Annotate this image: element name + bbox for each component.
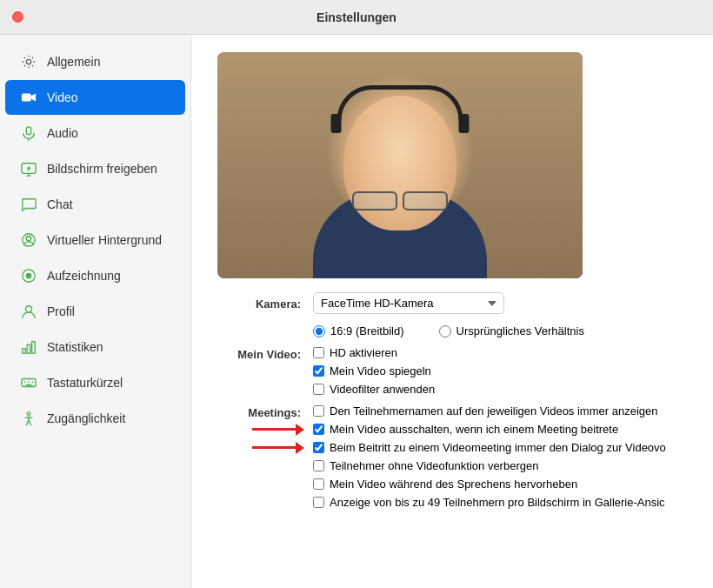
video-preview — [217, 52, 583, 278]
videofilter-checkbox-input[interactable] — [313, 384, 324, 395]
video-ausschalten-input[interactable] — [313, 424, 324, 435]
titlebar: Einstellungen — [0, 0, 713, 35]
radio-16-9-label: 16:9 (Breitbild) — [330, 324, 404, 337]
meetings-controls: Den Teilnehmernamen auf den jeweiligen V… — [313, 404, 687, 509]
meetings-label: Meetings: — [217, 404, 313, 419]
sidebar-item-statistiken[interactable]: Statistiken — [5, 330, 185, 364]
stats-icon — [19, 337, 38, 357]
audio-icon — [19, 124, 38, 143]
spiegeln-checkbox-label: Mein Video spiegeln — [330, 364, 431, 378]
sidebar-label-allgemein: Allgemein — [47, 55, 100, 69]
svg-point-0 — [26, 59, 30, 63]
sidebar-item-virtueller[interactable]: Virtueller Hintergrund — [5, 223, 185, 257]
share-screen-icon — [19, 159, 38, 178]
meetings-row: Meetings: Den Teilnehmernamen auf den je… — [217, 404, 687, 509]
sidebar-label-virtueller: Virtueller Hintergrund — [47, 233, 162, 247]
sidebar-item-aufzeichnung[interactable]: Aufzeichnung — [5, 258, 185, 293]
mein-video-label: Mein Video: — [217, 346, 313, 361]
mein-video-row: Mein Video: HD aktivieren Mein Video spi… — [217, 346, 687, 396]
camera-select[interactable]: FaceTime HD-Kamera — [313, 292, 504, 314]
aspect-ratio-row: 16:9 (Breitbild) Ursprüngliches Verhältn… — [217, 324, 687, 337]
teilnehmernamen-label: Den Teilnehmernamen auf den jeweiligen V… — [330, 404, 657, 418]
svg-point-18 — [27, 412, 30, 416]
ohne-videofunktion-label: Teilnehmer ohne Videofunktion verbergen — [330, 459, 538, 472]
radio-16-9-input[interactable] — [313, 325, 325, 337]
profile-icon — [19, 302, 38, 321]
aspect-label-empty — [217, 324, 313, 326]
sidebar-item-video[interactable]: Video — [5, 80, 185, 115]
radio-16-9[interactable]: 16:9 (Breitbild) — [313, 324, 404, 337]
close-button[interactable] — [12, 11, 23, 23]
keyboard-icon — [19, 373, 38, 392]
dialog-videovo-input[interactable] — [313, 442, 324, 453]
spiegeln-checkbox[interactable]: Mein Video spiegeln — [313, 364, 687, 378]
waehrend-sprechens-label: Mein Video während des Sprechens hervorh… — [330, 478, 577, 491]
aspect-controls: 16:9 (Breitbild) Ursprüngliches Verhältn… — [313, 324, 687, 337]
galerie-input[interactable] — [313, 497, 324, 508]
radio-original-input[interactable] — [439, 325, 451, 337]
video-person — [217, 52, 583, 278]
gear-icon — [19, 52, 38, 71]
galerie-label: Anzeige von bis zu 49 Teilnehmern pro Bi… — [330, 496, 665, 509]
radio-original[interactable]: Ursprüngliches Verhältnis — [439, 324, 584, 337]
video-icon — [19, 88, 38, 107]
sidebar-label-tastatur: Tastaturkürzel — [47, 376, 123, 390]
svg-rect-10 — [23, 349, 26, 353]
sidebar-label-statistiken: Statistiken — [47, 340, 103, 354]
svg-rect-11 — [27, 344, 30, 353]
waehrend-sprechens-input[interactable] — [313, 478, 324, 490]
sidebar-item-bildschirm[interactable]: Bildschirm freigeben — [5, 151, 185, 186]
hd-checkbox[interactable]: HD aktivieren — [313, 346, 687, 359]
galerie-checkbox[interactable]: Anzeige von bis zu 49 Teilnehmern pro Bi… — [313, 496, 687, 509]
accessibility-icon — [19, 409, 38, 428]
sidebar-item-allgemein[interactable]: Allgemein — [5, 44, 185, 79]
sidebar-item-audio[interactable]: Audio — [5, 116, 185, 150]
ohne-videofunktion-input[interactable] — [313, 460, 324, 471]
sidebar-label-bildschirm: Bildschirm freigeben — [47, 162, 157, 176]
camera-label: Kamera: — [217, 296, 313, 311]
svg-rect-3 — [26, 127, 30, 135]
svg-rect-12 — [32, 342, 36, 354]
sidebar-label-audio: Audio — [47, 126, 78, 140]
ohne-videofunktion-checkbox[interactable]: Teilnehmer ohne Videofunktion verbergen — [313, 459, 687, 472]
svg-point-8 — [26, 273, 30, 277]
video-ausschalten-container: Mein Video ausschalten, wenn ich einem M… — [313, 423, 687, 436]
sidebar-label-aufzeichnung: Aufzeichnung — [47, 269, 121, 283]
svg-point-9 — [25, 306, 31, 312]
sidebar-label-video: Video — [47, 90, 78, 104]
sidebar-label-zugaenglichkeit: Zugänglichkeit — [47, 411, 125, 425]
dialog-videovo-checkbox[interactable]: Beim Beitritt zu einem Videomeeting imme… — [313, 441, 666, 454]
sidebar-item-tastatur[interactable]: Tastaturkürzel — [5, 365, 185, 400]
sidebar-label-profil: Profil — [47, 304, 75, 318]
svg-point-6 — [26, 237, 30, 241]
camera-controls: FaceTime HD-Kamera — [313, 292, 687, 314]
svg-rect-1 — [22, 94, 31, 102]
spiegeln-checkbox-input[interactable] — [313, 365, 324, 377]
waehrend-sprechens-checkbox[interactable]: Mein Video während des Sprechens hervorh… — [313, 478, 687, 491]
glasses — [352, 191, 448, 207]
video-ausschalten-checkbox[interactable]: Mein Video ausschalten, wenn ich einem M… — [313, 423, 618, 436]
hd-checkbox-input[interactable] — [313, 347, 324, 358]
videofilter-checkbox[interactable]: Videofilter anwenden — [313, 383, 687, 396]
radio-group: 16:9 (Breitbild) Ursprüngliches Verhältn… — [313, 324, 687, 337]
window-title: Einstellungen — [317, 10, 396, 24]
record-icon — [19, 266, 38, 285]
teilnehmernamen-input[interactable] — [313, 405, 324, 417]
radio-original-label: Ursprüngliches Verhältnis — [456, 324, 584, 337]
dialog-videovo-container: Beim Beitritt zu einem Videomeeting imme… — [313, 441, 687, 454]
headset — [337, 85, 463, 120]
chat-icon — [19, 195, 38, 214]
svg-marker-2 — [31, 94, 36, 102]
virtual-bg-icon — [19, 231, 38, 250]
red-arrow-1 — [252, 424, 304, 436]
teilnehmernamen-checkbox[interactable]: Den Teilnehmernamen auf den jeweiligen V… — [313, 404, 687, 418]
video-ausschalten-label: Mein Video ausschalten, wenn ich einem M… — [330, 423, 618, 436]
sidebar-item-profil[interactable]: Profil — [5, 294, 185, 329]
mein-video-controls: HD aktivieren Mein Video spiegeln Videof… — [313, 346, 687, 396]
main-content: Allgemein Video Audio — [0, 35, 713, 588]
right-panel: Kamera: FaceTime HD-Kamera 16:9 (Breitbi… — [191, 35, 713, 588]
hd-checkbox-label: HD aktivieren — [330, 346, 397, 359]
sidebar-item-zugaenglichkeit[interactable]: Zugänglichkeit — [5, 401, 185, 436]
sidebar-item-chat[interactable]: Chat — [5, 187, 185, 222]
dialog-videovo-label: Beim Beitritt zu einem Videomeeting imme… — [330, 441, 666, 454]
